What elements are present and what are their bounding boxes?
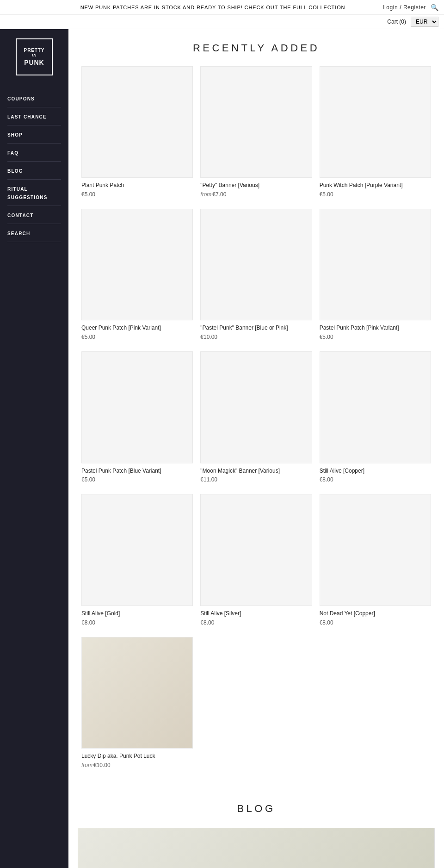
product-card[interactable]: "Pastel Punk" Banner [Blue or Pink] €10.… (197, 205, 315, 348)
product-name: "Moon Magick" Banner [Various] (200, 467, 312, 475)
product-price: €5.00 (320, 191, 431, 198)
product-card[interactable]: Pastel Punk Patch [Blue Variant] €5.00 (78, 348, 197, 490)
product-price: €8.00 (320, 619, 431, 626)
product-card[interactable]: "Petty" Banner [Various] from€7.00 (197, 62, 315, 205)
header-actions: Login / Register 🔍 (383, 4, 438, 11)
product-price: €5.00 (81, 334, 193, 340)
blog-section: BLOG (78, 776, 435, 868)
nav-link-faq[interactable]: FAQ (7, 150, 18, 156)
nav-item-shop[interactable]: SHOP (7, 125, 61, 144)
product-card[interactable]: Punk Witch Patch [Purple Variant] €5.00 (316, 62, 435, 205)
product-name: Punk Witch Patch [Purple Variant] (320, 181, 431, 189)
product-price: €11.00 (200, 476, 312, 483)
announcement-bar: NEW PUNK PATCHES ARE IN STOCK AND READY … (0, 0, 444, 15)
product-card[interactable]: Not Dead Yet [Copper] €8.00 (316, 490, 435, 633)
product-card[interactable]: Plant Punk Patch €5.00 (78, 62, 197, 205)
product-image (320, 66, 431, 178)
product-price: €5.00 (81, 476, 193, 483)
currency-selector[interactable]: EUR USD GBP (411, 17, 438, 27)
nav-item-search[interactable]: SEARCH (7, 224, 61, 242)
product-price: €5.00 (81, 191, 193, 198)
product-price: from€10.00 (81, 762, 193, 768)
product-card[interactable]: Still Alive [Gold] €8.00 (78, 490, 197, 633)
product-name: Not Dead Yet [Copper] (320, 610, 431, 618)
product-name: Still Alive [Silver] (200, 610, 312, 618)
product-name: Plant Punk Patch (81, 181, 193, 189)
product-image (200, 66, 312, 178)
product-name: Queer Punk Patch [Pink Variant] (81, 324, 193, 332)
product-price: €5.00 (320, 334, 431, 340)
product-image (200, 494, 312, 606)
product-price: €8.00 (81, 619, 193, 626)
product-name: Still Alive [Gold] (81, 610, 193, 618)
login-register-link[interactable]: Login / Register (383, 4, 426, 11)
product-grid: Plant Punk Patch €5.00 "Petty" Banner [V… (78, 62, 435, 776)
product-name: Still Alive [Copper] (320, 467, 431, 475)
product-price: €8.00 (320, 476, 431, 483)
product-card[interactable]: Queer Punk Patch [Pink Variant] €5.00 (78, 205, 197, 348)
logo-line1: PRETTY (24, 47, 45, 53)
product-name: "Petty" Banner [Various] (200, 181, 312, 189)
product-image (81, 351, 193, 463)
product-name: Lucky Dip aka. Punk Pot Luck (81, 752, 193, 760)
announcement-text: NEW PUNK PATCHES ARE IN STOCK AND READY … (43, 5, 383, 10)
nav-item-last-chance[interactable]: LAST CHANCE (7, 107, 61, 125)
nav-item-contact[interactable]: CONTACT (7, 206, 61, 224)
nav-link-blog[interactable]: BLOG (7, 169, 23, 174)
logo-line2: IN (32, 53, 37, 58)
search-icon-button[interactable]: 🔍 (431, 4, 438, 11)
cart-label[interactable]: Cart (0) (387, 19, 406, 25)
nav-link-last-chance[interactable]: LAST CHANCE (7, 114, 47, 119)
product-name: "Pastel Punk" Banner [Blue or Pink] (200, 324, 312, 332)
blog-preview-image[interactable] (78, 828, 435, 868)
product-image (81, 66, 193, 178)
product-name: Pastel Punk Patch [Pink Variant] (320, 324, 431, 332)
nav-item-ritual-suggestions[interactable]: RITUAL SUGGESTIONS (7, 180, 61, 206)
product-price: €10.00 (200, 334, 312, 340)
site-logo: PRETTY IN PUNK (16, 38, 53, 75)
nav-link-shop[interactable]: SHOP (7, 132, 23, 137)
product-price: from€7.00 (200, 191, 312, 198)
main-content: RECENTLY ADDED Plant Punk Patch €5.00 "P… (68, 29, 444, 868)
product-card[interactable]: Lucky Dip aka. Punk Pot Luck from€10.00 (78, 633, 197, 776)
product-image (320, 351, 431, 463)
product-image (200, 209, 312, 320)
product-card[interactable]: "Moon Magick" Banner [Various] €11.00 (197, 348, 315, 490)
nav-item-blog[interactable]: BLOG (7, 162, 61, 180)
logo-wrapper[interactable]: PRETTY IN PUNK (16, 38, 53, 75)
product-image (81, 494, 193, 606)
product-name: Pastel Punk Patch [Blue Variant] (81, 467, 193, 475)
recently-added-title: RECENTLY ADDED (78, 29, 435, 62)
product-image (81, 637, 193, 749)
nav-link-coupons[interactable]: COUPONS (7, 96, 35, 101)
product-image (81, 209, 193, 320)
nav-list: COUPONS LAST CHANCE SHOP FAQ BLOG RITUAL… (0, 89, 68, 242)
header-row2: Cart (0) EUR USD GBP (0, 15, 444, 29)
product-image (200, 351, 312, 463)
product-image (320, 494, 431, 606)
product-image (320, 209, 431, 320)
nav-link-ritual-suggestions[interactable]: RITUAL SUGGESTIONS (7, 187, 48, 200)
product-card[interactable]: Still Alive [Silver] €8.00 (197, 490, 315, 633)
sidebar: PRETTY IN PUNK COUPONS LAST CHANCE SHOP … (0, 29, 68, 868)
nav-item-faq[interactable]: FAQ (7, 144, 61, 162)
product-price: €8.00 (200, 619, 312, 626)
logo-line3: PUNK (24, 58, 44, 67)
product-card[interactable]: Still Alive [Copper] €8.00 (316, 348, 435, 490)
nav-link-contact[interactable]: CONTACT (7, 213, 34, 218)
nav-item-coupons[interactable]: COUPONS (7, 89, 61, 107)
page-wrapper: PRETTY IN PUNK COUPONS LAST CHANCE SHOP … (0, 29, 444, 868)
nav-link-search[interactable]: SEARCH (7, 231, 30, 236)
product-card[interactable]: Pastel Punk Patch [Pink Variant] €5.00 (316, 205, 435, 348)
blog-title: BLOG (78, 790, 435, 823)
